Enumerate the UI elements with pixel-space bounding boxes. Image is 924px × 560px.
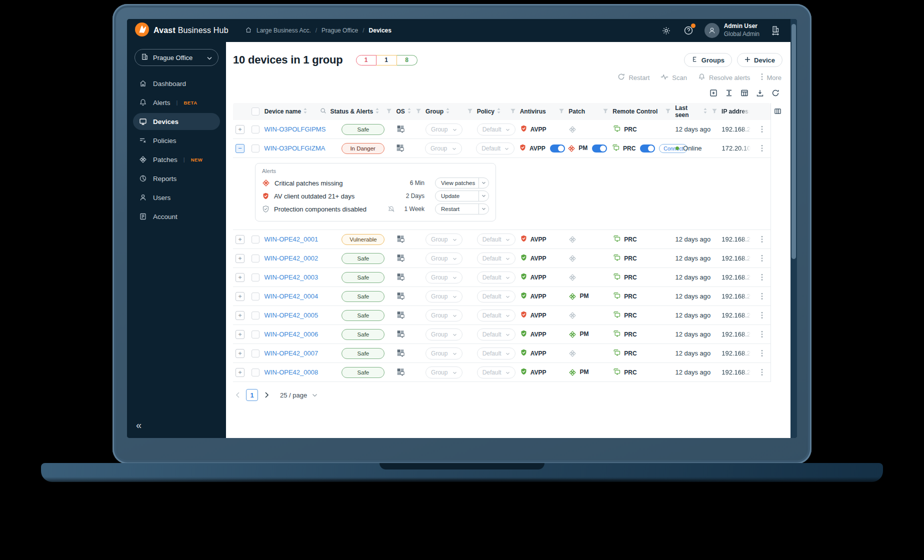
row-menu-button[interactable] <box>754 312 770 319</box>
sidebar-item-patches[interactable]: Patches | NEW <box>133 151 220 168</box>
col-policy[interactable]: Policy <box>477 108 520 116</box>
toggle-on[interactable] <box>550 144 565 152</box>
policy-select[interactable]: Default <box>477 252 516 264</box>
row-checkbox[interactable] <box>252 330 260 338</box>
col-group[interactable]: Group <box>426 108 477 116</box>
row-checkbox[interactable] <box>252 126 260 134</box>
groups-button[interactable]: Groups <box>684 53 732 67</box>
row-menu-button[interactable] <box>754 126 770 133</box>
expand-row-button[interactable]: + <box>236 349 244 358</box>
resolve-alerts-action[interactable]: Resolve alerts <box>698 73 750 82</box>
col-patch[interactable]: Patch <box>568 108 612 116</box>
sidebar-item-policies[interactable]: Policies <box>133 132 220 149</box>
device-name-link[interactable]: WIN-OPE42_0001 <box>264 236 318 243</box>
sidebar-item-devices[interactable]: Devices <box>133 113 220 130</box>
col-antivirus[interactable]: Antivirus <box>520 108 569 116</box>
col-status[interactable]: Status & Alerts <box>330 108 396 116</box>
safe-count-badge[interactable]: 8 <box>397 55 418 66</box>
row-checkbox[interactable] <box>252 236 260 244</box>
filter-icon[interactable] <box>712 108 718 116</box>
current-page[interactable]: 1 <box>246 389 258 401</box>
help-icon[interactable] <box>682 24 694 36</box>
col-remote-control[interactable]: Remote Control <box>612 108 675 116</box>
sort-icon[interactable] <box>446 108 450 116</box>
device-name-link[interactable]: WIN-OPE42_0008 <box>264 368 318 376</box>
org-selector[interactable]: Prague Office <box>134 49 218 66</box>
group-select[interactable]: Group <box>426 366 462 378</box>
next-page-button[interactable] <box>262 389 271 401</box>
row-menu-button[interactable] <box>754 350 770 357</box>
search-icon[interactable] <box>320 108 326 116</box>
breadcrumb-root[interactable]: Large Business Acc. <box>256 27 311 34</box>
expand-row-button[interactable]: + <box>236 273 244 282</box>
group-select[interactable]: Group <box>426 290 462 302</box>
group-select[interactable]: Group <box>426 328 462 340</box>
row-menu-button[interactable] <box>754 330 770 338</box>
group-select[interactable]: Group <box>426 124 462 136</box>
breadcrumb-mid[interactable]: Prague Office <box>322 27 358 34</box>
group-select[interactable]: Group <box>426 234 462 246</box>
column-picker-icon[interactable] <box>774 108 782 117</box>
col-last-seen[interactable]: Last seen <box>675 104 722 118</box>
home-icon[interactable] <box>245 26 252 35</box>
chevron-down-icon[interactable] <box>478 204 488 214</box>
sort-icon[interactable] <box>703 108 708 116</box>
settings-gear-icon[interactable] <box>660 24 672 36</box>
device-name-link[interactable]: WIN-OPE42_0003 <box>264 274 318 281</box>
toggle-on[interactable] <box>592 144 607 152</box>
device-name-link[interactable]: WIN-O3POLFGIPMS <box>264 126 326 133</box>
page-size-select[interactable]: 25 / page <box>275 390 322 400</box>
sort-icon[interactable] <box>303 108 308 116</box>
device-name-link[interactable]: WIN-OPE42_0006 <box>264 330 318 338</box>
group-select[interactable]: Group <box>426 348 462 360</box>
collapse-row-button[interactable]: − <box>236 144 244 153</box>
chevron-down-icon[interactable] <box>478 191 488 201</box>
restart-action[interactable]: Restart <box>618 73 650 82</box>
expand-row-button[interactable]: + <box>236 125 244 134</box>
sidebar-item-alerts[interactable]: Alerts | BETA <box>133 94 220 111</box>
expand-row-button[interactable]: + <box>236 235 244 244</box>
alert-action-button[interactable]: Update <box>435 190 489 202</box>
row-checkbox[interactable] <box>252 274 260 282</box>
sidebar-item-reports[interactable]: Reports <box>133 170 220 187</box>
expand-row-button[interactable]: + <box>236 330 244 339</box>
sidebar-item-dashboard[interactable]: Dashboard <box>133 75 220 92</box>
expand-row-button[interactable]: + <box>236 368 244 377</box>
chevron-down-icon[interactable] <box>478 178 488 188</box>
warning-count-badge[interactable]: 1 <box>376 55 397 66</box>
device-name-link[interactable]: WIN-OPE42_0002 <box>264 254 318 262</box>
policy-select[interactable]: Default <box>477 124 516 136</box>
filter-icon[interactable] <box>665 108 671 116</box>
row-checkbox[interactable] <box>252 350 260 358</box>
policy-select[interactable]: Default <box>477 272 516 284</box>
filter-icon[interactable] <box>558 108 564 116</box>
row-checkbox[interactable] <box>252 312 260 320</box>
policy-select[interactable]: Default <box>477 328 516 340</box>
add-device-button[interactable]: Device <box>737 53 782 67</box>
group-select[interactable]: Group <box>426 252 462 264</box>
sidebar-item-users[interactable]: Users <box>133 189 220 206</box>
select-all-checkbox[interactable] <box>252 108 260 116</box>
company-switcher-icon[interactable] <box>770 24 782 36</box>
expand-row-button[interactable]: + <box>236 254 244 263</box>
expand-row-button[interactable]: + <box>236 311 244 320</box>
row-checkbox[interactable] <box>252 292 260 300</box>
scrollbar-thumb[interactable] <box>792 24 796 259</box>
filter-icon[interactable] <box>510 108 516 116</box>
filter-icon[interactable] <box>467 108 473 116</box>
row-menu-button[interactable] <box>754 368 770 376</box>
sort-icon[interactable] <box>407 108 412 116</box>
row-checkbox[interactable] <box>252 254 260 262</box>
sidebar-collapse-button[interactable]: « <box>136 420 142 431</box>
policy-select[interactable]: Default <box>477 310 516 322</box>
alert-action-button[interactable]: Restart <box>435 204 489 214</box>
filter-icon[interactable] <box>416 108 422 116</box>
alert-action-button[interactable]: View patches <box>435 178 489 188</box>
group-select[interactable]: Group <box>426 272 462 284</box>
more-action[interactable]: More <box>761 73 782 82</box>
device-name-link[interactable]: WIN-OPE42_0004 <box>264 292 318 300</box>
toggle-on[interactable] <box>640 144 655 152</box>
policy-select[interactable]: Default <box>476 142 514 154</box>
device-name-link[interactable]: WIN-OPE42_0005 <box>264 312 318 319</box>
app-scrollbar[interactable] <box>790 19 797 438</box>
